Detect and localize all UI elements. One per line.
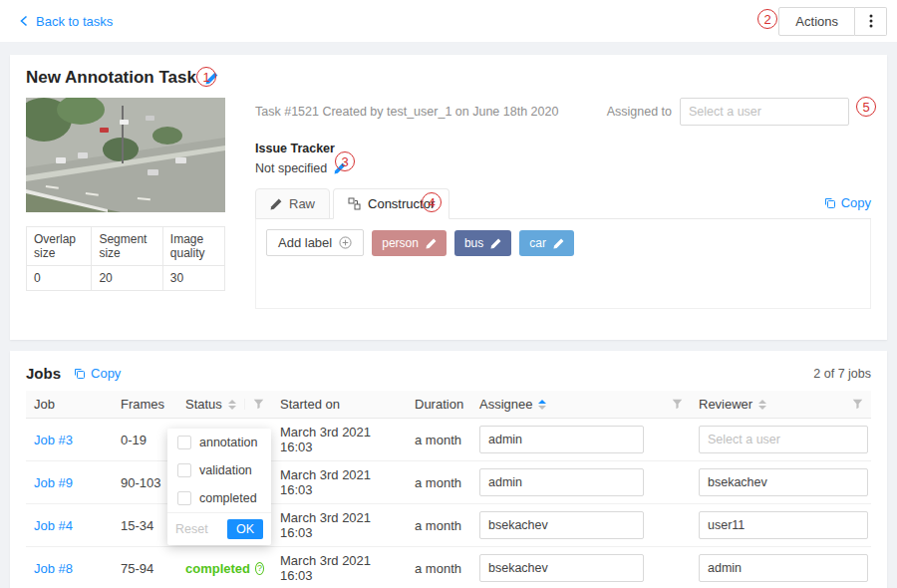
filter-option-validation[interactable]: validation: [167, 456, 271, 484]
tab-raw[interactable]: Raw: [255, 188, 330, 219]
actions-button[interactable]: Actions: [778, 7, 855, 36]
jobs-title: Jobs: [26, 365, 61, 382]
labels-panel: Raw Constructor Copy Add label: [255, 188, 871, 309]
param-header-quality: Image quality: [162, 227, 224, 266]
job-status-completed: completed: [185, 561, 264, 576]
task-body: Overlap size Segment size Image quality …: [26, 98, 871, 309]
label-badge-bus[interactable]: bus: [454, 230, 511, 256]
sort-carets-reviewer[interactable]: [758, 400, 766, 410]
filter-option-completed[interactable]: completed: [167, 484, 271, 512]
job-row-3: Job #3 0-19 March 3rd 2021 16:03 a month: [26, 419, 871, 461]
label-name: car: [529, 236, 546, 250]
filter-icon: [852, 399, 863, 410]
job-link[interactable]: Job #9: [34, 475, 73, 490]
filter-reset-button[interactable]: Reset: [175, 522, 208, 536]
job-reviewer-select[interactable]: [699, 468, 868, 496]
filter-footer: Reset OK: [167, 512, 271, 545]
job-assignee-select[interactable]: [479, 468, 644, 496]
jobs-table: Job Frames Status Started on Duration: [26, 391, 871, 588]
col-header-reviewer[interactable]: Reviewer: [691, 391, 871, 419]
reviewer-filter-icon[interactable]: [844, 399, 863, 410]
back-to-tasks-link[interactable]: Back to tasks: [18, 14, 113, 29]
col-header-duration: Duration: [407, 391, 471, 419]
task-assignee-select[interactable]: [680, 98, 849, 126]
issue-tracker-value: Not specified: [255, 161, 327, 175]
col-header-job: Job: [26, 391, 113, 419]
filter-option-label: completed: [199, 491, 257, 505]
col-header-reviewer-label: Reviewer: [699, 397, 752, 412]
status-filter-icon[interactable]: [244, 399, 264, 410]
task-right-column: Task #1521 Created by test_user_1 on Jun…: [255, 98, 871, 309]
job-reviewer-select[interactable]: [699, 511, 868, 539]
label-name: bus: [464, 236, 483, 250]
job-reviewer-select[interactable]: [699, 554, 868, 582]
back-to-tasks-label: Back to tasks: [36, 14, 113, 29]
labels-content: Add label person bus car: [255, 219, 871, 309]
filter-ok-button[interactable]: OK: [227, 519, 263, 539]
param-header-segment: Segment size: [92, 227, 162, 266]
question-circle-icon[interactable]: [255, 562, 264, 575]
jobs-table-header: Job Frames Status Started on Duration: [26, 391, 871, 419]
checkbox[interactable]: [177, 463, 191, 477]
job-reviewer-select[interactable]: [699, 426, 868, 453]
checkbox[interactable]: [177, 436, 191, 449]
annotation-marker-5: 5: [856, 97, 876, 117]
copy-icon: [73, 367, 86, 380]
copy-labels-link[interactable]: Copy: [823, 195, 871, 218]
job-assignee-select[interactable]: [479, 511, 644, 539]
labels-tabs: Raw Constructor Copy: [255, 188, 871, 219]
filter-option-label: validation: [199, 463, 252, 477]
col-header-assignee[interactable]: Assignee: [471, 391, 691, 419]
pencil-icon: [270, 198, 282, 210]
add-label-button[interactable]: Add label: [266, 229, 364, 256]
param-value-segment: 20: [92, 266, 162, 291]
job-assignee-select[interactable]: [479, 554, 644, 582]
col-header-frames: Frames: [113, 391, 177, 419]
job-assignee-select[interactable]: [479, 426, 644, 453]
copy-icon: [823, 196, 836, 209]
assignee-filter-icon[interactable]: [664, 399, 683, 410]
checkbox[interactable]: [177, 491, 191, 505]
annotation-marker-3: 3: [335, 151, 355, 171]
copy-jobs-link[interactable]: Copy: [73, 366, 121, 381]
status-filter-dropdown: annotation validation completed Reset OK: [167, 429, 271, 545]
sort-carets-status[interactable]: [228, 400, 236, 410]
tab-raw-label: Raw: [289, 196, 315, 211]
chevron-left-icon: [18, 15, 30, 27]
label-badge-person[interactable]: person: [372, 230, 447, 256]
job-started: March 3rd 2021 16:03: [272, 547, 407, 588]
job-started: March 3rd 2021 16:03: [272, 461, 407, 504]
task-params-table: Overlap size Segment size Image quality …: [26, 226, 225, 291]
edit-label-icon: [490, 238, 501, 249]
actions-more-button[interactable]: [855, 7, 887, 36]
job-started: March 3rd 2021 16:03: [272, 419, 407, 461]
copy-jobs-label: Copy: [91, 366, 121, 381]
annotation-marker-2: 2: [757, 9, 777, 29]
job-duration: a month: [407, 419, 471, 461]
job-row-8: Job #8 75-94 completed March 3rd 2021 16…: [26, 547, 871, 588]
param-header-overlap: Overlap size: [27, 227, 92, 266]
job-link[interactable]: Job #4: [34, 518, 73, 533]
filter-option-annotation[interactable]: annotation: [167, 429, 271, 456]
label-name: person: [382, 236, 419, 250]
task-left-column: Overlap size Segment size Image quality …: [26, 98, 225, 309]
col-header-status[interactable]: Status: [177, 391, 272, 419]
job-duration: a month: [407, 461, 471, 504]
label-badge-car[interactable]: car: [519, 230, 574, 256]
jobs-count: 2 of 7 jobs: [813, 367, 871, 381]
annotation-marker-4: 4: [422, 192, 442, 212]
job-duration: a month: [407, 547, 471, 588]
constructor-icon: [348, 197, 361, 210]
job-frames: 75-94: [113, 547, 177, 588]
col-header-started: Started on: [272, 391, 407, 419]
filter-icon: [253, 399, 264, 410]
task-meta-row: Task #1521 Created by test_user_1 on Jun…: [255, 98, 871, 126]
edit-label-icon: [426, 238, 437, 249]
sort-carets-assignee[interactable]: [538, 400, 546, 410]
task-title-row: New Annotation Task: [26, 68, 871, 88]
task-meta-text: Task #1521 Created by test_user_1 on Jun…: [255, 105, 607, 119]
job-link[interactable]: Job #8: [34, 561, 73, 576]
job-started: March 3rd 2021 16:03: [272, 504, 407, 547]
job-link[interactable]: Job #3: [34, 433, 73, 447]
add-label-text: Add label: [278, 235, 332, 250]
